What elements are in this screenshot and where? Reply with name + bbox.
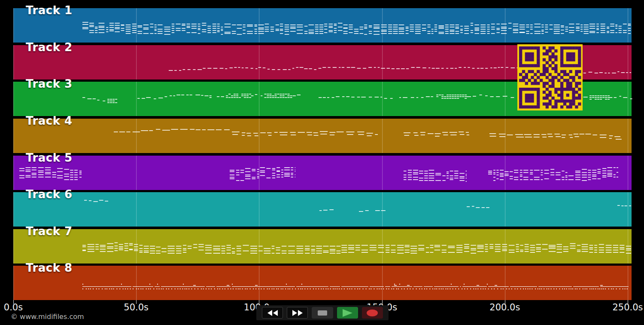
- play-button[interactable]: [337, 307, 358, 319]
- fast-forward-button[interactable]: [287, 307, 308, 319]
- track-band-4: [13, 119, 632, 153]
- axis-tick-label: 50.0s: [115, 302, 157, 313]
- track-band-1: [13, 8, 632, 43]
- track-label-2: Track 2: [26, 41, 73, 54]
- stop-button[interactable]: [312, 307, 333, 319]
- midi-player-app: Track 1Track 2Track 3Track 4Track 5Track…: [0, 0, 644, 325]
- axis-tick-label: 200.0s: [484, 302, 526, 313]
- track-band-6: [13, 192, 632, 227]
- play-icon: [341, 309, 354, 317]
- track-band-3: [13, 82, 632, 116]
- record-icon: [365, 309, 379, 317]
- track-band-2: [13, 45, 632, 80]
- track-band-7: [13, 229, 632, 264]
- track-label-5: Track 5: [26, 151, 73, 164]
- axis-tick-label: 0.0s: [0, 302, 34, 313]
- copyright-text: © www.midifiles.com: [11, 313, 84, 321]
- record-button[interactable]: [362, 307, 383, 319]
- track-label-4: Track 4: [26, 114, 73, 127]
- track-label-3: Track 3: [26, 77, 73, 90]
- rewind-icon: [266, 309, 279, 317]
- stop-icon: [316, 309, 329, 317]
- rewind-button[interactable]: [262, 307, 283, 319]
- track-band-5: [13, 156, 632, 190]
- fast-forward-icon: [291, 309, 304, 317]
- track-label-6: Track 6: [26, 188, 73, 201]
- transport-bar: [256, 305, 389, 320]
- axis-tick-label: 250.0s: [607, 302, 644, 313]
- track-band-8: [13, 266, 632, 300]
- track-label-1: Track 1: [26, 4, 73, 17]
- track-label-8: Track 8: [26, 261, 73, 274]
- track-label-7: Track 7: [26, 225, 73, 238]
